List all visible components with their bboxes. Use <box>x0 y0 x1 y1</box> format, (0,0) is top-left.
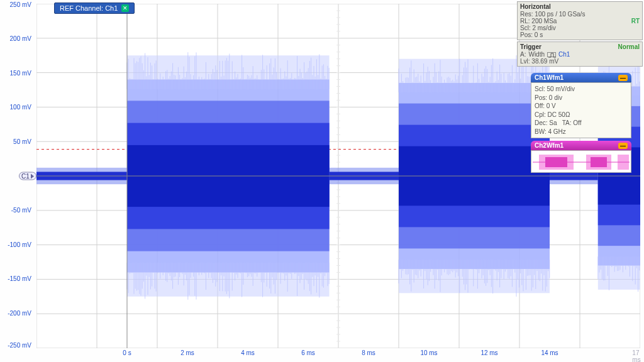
horiz-rt: RT <box>631 18 640 25</box>
ch1-bw: BW: 4 GHz <box>535 128 628 136</box>
channel-marker-label: C1 <box>21 173 30 180</box>
y-tick: -100 mV <box>3 241 31 248</box>
y-tick: -200 mV <box>3 310 31 317</box>
ch1-cpl: Cpl: DC 50Ω <box>535 111 628 119</box>
ch2-title: Ch2Wfm1 <box>535 142 564 149</box>
x-tick: 4 ms <box>241 349 255 356</box>
trigger-a-type: Width <box>528 51 545 58</box>
close-icon[interactable]: ✕ <box>121 4 129 12</box>
y-tick: 50 mV <box>3 138 31 145</box>
ch2-wfm-box[interactable]: Ch2Wfm1 — <box>531 141 631 173</box>
ch1-pos: Pos: 0 div <box>535 94 628 102</box>
ch1-off: Off: 0 V <box>535 102 628 111</box>
ch2-header[interactable]: Ch2Wfm1 — <box>531 141 631 150</box>
y-tick: -150 mV <box>3 275 31 282</box>
oscilloscope-display: 250 mV 200 mV 150 mV 100 mV 50 mV -50 mV… <box>0 0 644 362</box>
x-tick: 8 ms <box>362 349 375 356</box>
x-tick: 10 ms <box>420 349 437 356</box>
y-tick: -50 mV <box>3 207 31 214</box>
y-tick: 100 mV <box>3 104 31 111</box>
trigger-a-src: Ch1 <box>558 51 570 58</box>
ch2-thumbnail <box>531 150 631 173</box>
horiz-rl: RL: 200 MSa <box>520 18 557 25</box>
x-tick: 2 ms <box>180 349 194 356</box>
ch2-thumb-svg <box>533 152 630 172</box>
edge-icon <box>547 52 556 57</box>
y-tick: 150 mV <box>3 70 31 77</box>
ch1-dec: Dec: Sa <box>535 119 557 126</box>
horizontal-title: Horizontal <box>520 3 551 10</box>
trigger-panel[interactable]: TriggerNormal A: Width Ch1 Lvl: 38.69 mV <box>517 41 643 67</box>
triangle-right-icon <box>31 173 34 178</box>
ch1-body: Scl: 50 mV/div Pos: 0 div Off: 0 V Cpl: … <box>531 82 631 138</box>
x-tick-end: 17 ms <box>632 349 640 362</box>
ch1-wfm-box[interactable]: Ch1Wfm1 — Scl: 50 mV/div Pos: 0 div Off:… <box>531 73 631 138</box>
x-tick: 12 ms <box>480 349 497 356</box>
horiz-res: Res: 100 ps / 10 GSa/s <box>520 11 585 18</box>
ref-channel-pill[interactable]: REF Channel: Ch1 ✕ <box>54 3 135 14</box>
x-tick: 0 s <box>123 349 131 356</box>
horizontal-panel[interactable]: Horizontal Res: 100 ps / 10 GSa/s RL: 20… <box>517 1 643 40</box>
minimize-icon[interactable]: — <box>618 143 628 149</box>
ref-channel-label: REF Channel: Ch1 <box>60 4 118 12</box>
y-tick: -250 mV <box>3 342 31 349</box>
horiz-pos: Pos: 0 s <box>520 31 543 38</box>
horiz-scl: Scl: 2 ms/div <box>520 25 556 31</box>
minimize-icon[interactable]: — <box>618 75 628 81</box>
x-axis-labels: 0 s2 ms4 ms6 ms8 ms10 ms12 ms14 ms17 ms <box>36 349 628 358</box>
y-tick: 250 mV <box>3 1 31 8</box>
x-tick: 6 ms <box>301 349 315 356</box>
x-tick: 14 ms <box>541 349 558 356</box>
channel-marker-c1[interactable]: C1 <box>19 172 36 180</box>
ch1-ta: TA: Off <box>562 119 582 126</box>
info-panels: Horizontal Res: 100 ps / 10 GSa/s RL: 20… <box>517 1 643 68</box>
trigger-mode: Normal <box>618 43 640 50</box>
trigger-a-label: A: <box>520 51 526 58</box>
ch1-header[interactable]: Ch1Wfm1 — <box>531 73 631 82</box>
ch1-scl: Scl: 50 mV/div <box>535 85 628 94</box>
y-tick: 200 mV <box>3 35 31 42</box>
trigger-title: Trigger <box>520 43 541 50</box>
ch1-title: Ch1Wfm1 <box>535 74 564 81</box>
trigger-lvl: Lvl: 38.69 mV <box>520 58 558 65</box>
